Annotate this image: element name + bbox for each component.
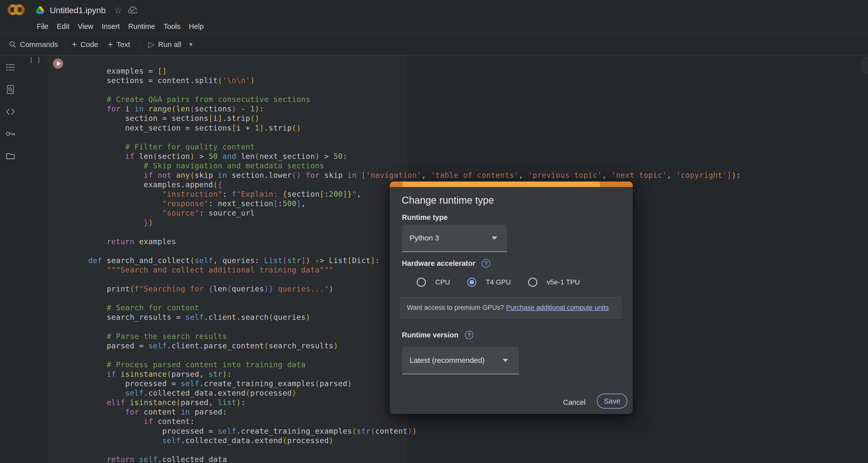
chevron-down-icon <box>503 359 508 362</box>
radio-option-t4-gpu[interactable]: T4 GPU <box>467 278 511 287</box>
accelerator-radio-group: CPUT4 GPUv5e-1 TPU <box>390 277 633 287</box>
radio-unselected-icon[interactable] <box>528 278 537 287</box>
runtime-type-label: Runtime type <box>402 213 448 221</box>
radio-unselected-icon[interactable] <box>417 278 426 287</box>
save-button[interactable]: Save <box>597 394 627 408</box>
code-line[interactable]: return self.collected_data <box>70 455 741 463</box>
code-line[interactable]: if not any(skip in section.lower() for s… <box>70 171 741 180</box>
code-line[interactable]: # Create Q&A pairs from consecutive sect… <box>70 95 741 104</box>
menu-runtime[interactable]: Runtime <box>124 22 159 31</box>
runtime-version-label: Runtime version ? <box>402 331 473 339</box>
drive-icon <box>36 6 44 14</box>
dialog-title: Change runtime type <box>402 195 494 206</box>
change-runtime-dialog: Change runtime type Runtime type Python … <box>390 182 633 414</box>
radio-option-v5e-1-tpu[interactable]: v5e-1 TPU <box>528 278 580 287</box>
commands-button[interactable]: Commands <box>9 40 58 49</box>
purchase-compute-units-link[interactable]: Purchase additional compute units <box>506 304 609 312</box>
code-line[interactable] <box>70 133 741 142</box>
runtime-version-select[interactable]: Latest (recommended) <box>402 347 519 374</box>
code-line[interactable]: if content: <box>70 417 741 426</box>
radio-selected-icon[interactable] <box>467 278 476 287</box>
hardware-accelerator-label: Hardware accelerator ? <box>402 259 490 268</box>
help-icon[interactable]: ? <box>482 259 490 268</box>
play-icon <box>57 61 61 66</box>
chevron-down-icon <box>492 237 497 240</box>
dialog-accent-stripe <box>390 182 633 187</box>
radio-label: CPU <box>435 278 450 286</box>
menu-view[interactable]: View <box>73 22 97 31</box>
run-all-menu-caret[interactable]: ▾ <box>189 40 192 48</box>
cloud-saved-icon <box>127 6 137 14</box>
run-all-button[interactable]: ▷ Run all <box>148 39 181 49</box>
code-cell: examples = [] sections = content.split('… <box>48 56 407 463</box>
help-icon[interactable]: ? <box>465 331 473 339</box>
code-snippets-icon[interactable] <box>5 107 16 117</box>
cancel-button[interactable]: Cancel <box>563 398 586 406</box>
code-line[interactable] <box>70 85 741 95</box>
menu-help[interactable]: Help <box>185 22 208 31</box>
radio-label: T4 GPU <box>486 278 511 286</box>
code-line[interactable]: # Skip navigation and metadata sections <box>70 161 741 171</box>
panel-toggle-tab[interactable] <box>862 57 868 73</box>
colab-window: Untitled1.ipynb ☆ FileEditViewInsertRunt… <box>0 0 868 463</box>
colab-logo-icon[interactable] <box>7 3 28 17</box>
notebook-area: [ ] examples = [] sections = content.spl… <box>0 56 868 463</box>
radio-option-cpu[interactable]: CPU <box>417 278 450 287</box>
code-line[interactable]: if len(section) > 50 and len(next_sectio… <box>70 152 741 161</box>
menu-file[interactable]: File <box>33 22 53 31</box>
menu-bar: FileEditViewInsertRuntimeToolsHelp <box>33 20 208 33</box>
run-cell-button[interactable] <box>53 58 63 69</box>
toolbar-divider <box>65 39 66 50</box>
runtime-type-select[interactable]: Python 3 <box>402 224 507 252</box>
notebook-title[interactable]: Untitled1.ipynb <box>50 5 106 15</box>
code-line[interactable]: next_section = sections[i + 1].strip() <box>70 123 741 133</box>
table-of-contents-icon[interactable] <box>5 62 16 72</box>
code-line[interactable]: section = sections[i].strip() <box>70 114 741 123</box>
code-line[interactable]: examples = [] <box>70 66 741 76</box>
add-code-cell-button[interactable]: + Code <box>72 40 98 49</box>
secrets-key-icon[interactable] <box>5 129 16 139</box>
star-icon[interactable]: ☆ <box>114 5 122 15</box>
menu-edit[interactable]: Edit <box>53 22 73 31</box>
toolbar: Commands + Code + Text ▷ Run all ▾ <box>0 34 868 56</box>
code-line[interactable]: sections = content.split('\n\n') <box>70 76 741 85</box>
add-text-cell-button[interactable]: + Text <box>108 40 130 49</box>
find-replace-icon[interactable] <box>5 85 16 94</box>
code-line[interactable]: # Filter for quality content <box>70 142 741 152</box>
code-line[interactable] <box>70 445 741 455</box>
play-outline-icon: ▷ <box>148 39 154 49</box>
menu-insert[interactable]: Insert <box>97 22 124 31</box>
cell-execution-gutter[interactable]: [ ] <box>29 57 40 64</box>
code-line[interactable]: self.collected_data.extend(processed) <box>70 436 741 445</box>
search-icon <box>9 41 17 48</box>
left-sidebar <box>0 56 21 463</box>
files-folder-icon[interactable] <box>5 151 16 161</box>
plus-icon: + <box>108 40 113 49</box>
premium-gpu-notice: Want access to premium GPUs? Purchase ad… <box>401 297 621 318</box>
menu-tools[interactable]: Tools <box>159 22 185 31</box>
code-line[interactable]: processed = self.create_training_example… <box>70 427 741 436</box>
app-header: Untitled1.ipynb ☆ FileEditViewInsertRunt… <box>0 0 868 34</box>
radio-label: v5e-1 TPU <box>547 278 580 286</box>
code-line[interactable]: for i in range(len(sections) - 1): <box>70 104 741 114</box>
plus-icon: + <box>72 40 77 49</box>
